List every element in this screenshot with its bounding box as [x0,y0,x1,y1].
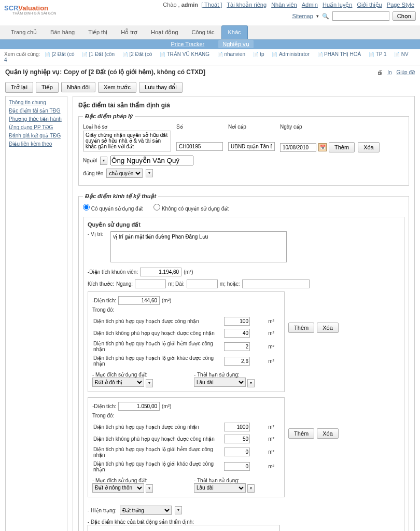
area-label: -Diện tích: [92,403,116,409]
duration-select-2[interactable]: Lâu dài [194,483,246,493]
add-area-button[interactable]: Thêm [288,323,314,333]
admin-link[interactable]: Admin [302,2,318,8]
b1-v3[interactable] [224,342,250,351]
land-purpose-label: - Mục đích sử dụng đất: [92,478,178,483]
tab-work[interactable]: Công tác [185,25,221,39]
land-purpose-select-2[interactable]: Đất ở nông thôn [92,483,144,493]
tab-sales[interactable]: Bán hàng [44,25,81,39]
sidenav-method[interactable]: Phương thức tiến hành [9,116,64,122]
other-features-textarea[interactable] [88,525,279,531]
b2-v3[interactable] [224,448,250,456]
ownership-dropdown-icon[interactable]: ▾ [146,169,153,177]
preview-button[interactable]: Xem trước [98,82,136,93]
subnav-business[interactable]: Nghiệp vụ [218,40,253,48]
about-link[interactable]: Giới thiệu [357,2,382,8]
area1-input[interactable] [118,296,160,305]
tab-activity[interactable]: Hoạt động [144,25,185,39]
staff-link[interactable]: Nhân viên [271,2,297,8]
person-dropdown-icon[interactable]: ▾ [100,157,107,165]
search-input[interactable] [332,11,389,21]
delete-area-button[interactable]: Xóa [317,323,339,333]
add-doc-button[interactable]: Thêm [329,142,355,152]
dropdown-icon[interactable]: ▾ [146,379,153,387]
print-link[interactable]: In [387,69,391,75]
number-input[interactable] [176,142,223,151]
recent-item[interactable]: [2 Đất (có [122,51,152,57]
save-button[interactable]: Lưu thay đổi [139,82,183,93]
recent-item[interactable]: TRẦN VŨ KHANG [160,51,209,57]
doc-type-textarea[interactable]: Giấy chứng nhận quyền sở hữu đất quyền s… [83,131,171,151]
current-user: admin [181,2,198,8]
b2-v4[interactable] [224,462,250,471]
back-button[interactable]: Trở lại [5,82,33,93]
sidenav-property-features[interactable]: Đặc điểm tài sản TĐG [9,108,64,114]
logo-subtitle: THẨM ĐỊNH GIÁ SÀI GÒN [12,11,56,16]
recent-item[interactable]: [1 Đất (côn [82,51,115,57]
duplicate-button[interactable]: Nhân đôi [61,82,95,92]
tab-other[interactable]: Khác [221,25,248,39]
sidenav-apply-method[interactable]: Ứng dụng PP TĐG [9,124,64,130]
delete-area-button[interactable]: Xóa [317,428,339,439]
recent-item[interactable]: [2 Đất (có [45,51,74,57]
dropdown-icon[interactable]: ▾ [247,484,255,493]
recent-item[interactable]: TP 1 [369,51,386,57]
dropdown-icon[interactable]: ▾ [247,379,255,387]
logout-link[interactable]: [ Thoát ] [201,2,222,8]
b1-v4[interactable] [224,357,250,366]
dropdown-icon[interactable]: ▾ [175,506,182,514]
recent-item[interactable]: nhanvien [217,51,245,57]
tab-marketing[interactable]: Tiếp thị [81,25,114,39]
dropdown-icon[interactable]: ▾ [146,484,153,493]
training-link[interactable]: Huấn luyện [323,2,352,8]
issued-by-input[interactable] [228,142,275,151]
width-input[interactable] [135,280,166,288]
sidenav-evaluate-result[interactable]: Đánh giá kết quả TĐG [9,133,64,138]
delete-doc-button[interactable]: Xóa [358,142,380,152]
recent-item[interactable]: Administrator [272,51,309,57]
account-link[interactable]: Tài khoản riêng [227,2,267,8]
status-select[interactable]: Đất trống [120,506,172,515]
land-right-legend: Quyền sử dụng đất [88,221,400,228]
b1-v2[interactable] [224,329,250,338]
b1-v1[interactable] [224,317,250,326]
next-button[interactable]: Tiếp [36,82,59,93]
pagestyle-link[interactable]: Page Style [387,2,414,8]
sub-nav: Price Tracker Nghiệp vụ [0,39,420,49]
recent-item[interactable]: tp [253,51,264,57]
name-as-label: đứng tên [83,171,103,176]
no-land-right-radio[interactable] [153,204,160,211]
land-purpose-select-1[interactable]: Đất ở đô thị [92,378,144,387]
help-link[interactable]: Giúp đỡ [397,69,415,75]
button-bar-top: Trở lại Tiếp Nhân đôi Xem trước Lưu thay… [0,79,420,96]
calendar-icon[interactable]: 📅 [318,143,327,151]
tab-home[interactable]: Trang chủ [4,25,44,39]
m2-unit: (m²) [184,269,193,275]
b2-v2[interactable] [224,435,250,443]
owner-name-input[interactable] [110,156,193,165]
sidenav-attachments[interactable]: Điều liên kèm theo [9,141,64,147]
recent-item[interactable]: PHAN THỊ HOÀ [317,51,361,57]
b2-v1[interactable] [224,423,250,431]
other-features-label: - Đặc điểm khác của bất động sản thẩm đị… [88,519,400,525]
sidenav-general[interactable]: Thông tin chung [9,100,64,105]
location-textarea[interactable]: vị trí gần mặt tiền đường Phan Đăng Lưu [110,231,287,262]
tech-fieldset: Đặc điểm kinh tế kỹ thuật Có quyền sử dụ… [78,193,409,531]
issue-date-input[interactable] [280,143,316,152]
main-nav: Trang chủ Bán hàng Tiếp thị Hỗ trợ Hoạt … [0,25,420,39]
area2-input[interactable] [118,402,160,411]
search-button[interactable]: Chọn [393,11,416,21]
alt-dim-input[interactable] [242,280,310,288]
length-input[interactable] [187,280,218,288]
recents-bar: Xem cuối cùng: [2 Đất (có [1 Đất (côn [2… [0,49,420,65]
subnav-pricetracker[interactable]: Price Tracker [166,40,208,48]
add-area-button[interactable]: Thêm [288,428,314,439]
logo-part2: Valuation [18,4,48,12]
side-nav: Thông tin chung Đặc điểm tài sản TĐG Phư… [5,96,67,531]
sitemap-link[interactable]: Sitemap [292,13,313,19]
tab-support[interactable]: Hỗ trợ [114,25,144,39]
ownership-select[interactable]: chủ quyền [106,169,143,178]
has-land-right-radio[interactable] [83,204,90,211]
compound-area-input[interactable] [140,268,181,276]
duration-select-1[interactable]: Lâu dài [194,378,246,387]
location-label: - Vị trí: [88,231,103,262]
